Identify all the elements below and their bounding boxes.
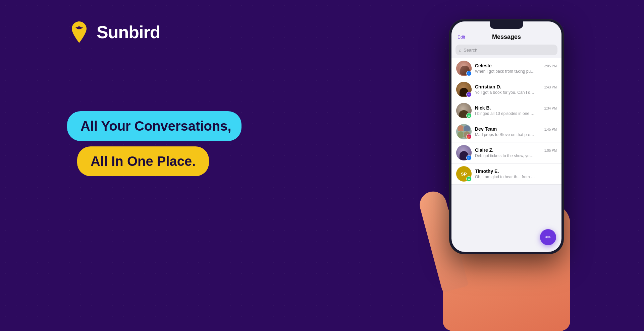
conv-content-timothy: Timothy E. Oh, I am glad to hear th... f… (475, 169, 557, 179)
conv-preview: Mad props to Steve on that preso! Killed… (475, 132, 535, 137)
avatar-claire: f (456, 145, 472, 160)
conv-preview: When I got back from taking pup for a wa… (475, 69, 535, 74)
conv-preview: Oh, I am glad to hear th... from you G..… (475, 175, 535, 179)
conv-content-nick: Nick B. 2:34 PM I binged all 10 episodes… (475, 105, 557, 116)
app-name: Sunbird (97, 22, 160, 42)
conversation-celeste[interactable]: C f (451, 58, 561, 79)
conv-time: 2:34 PM (544, 107, 557, 110)
conversation-nick[interactable]: W Nick B. 2:34 PM I binged all 10 episod… (451, 100, 561, 121)
conv-name: Timothy E. (475, 169, 499, 174)
hand-area: Edit Messages ⌕ Search (389, 9, 624, 331)
conversations-list: C f (451, 58, 561, 185)
conv-name: Claire Z. (475, 147, 493, 153)
conversation-claire[interactable]: f Claire Z. 1:05 PM Deb got tickets to t… (451, 142, 561, 163)
phone-screen: Edit Messages ⌕ Search (451, 21, 561, 252)
tagline-text-2: All In One Place. (91, 154, 196, 169)
compose-fab-button[interactable]: ✏ (540, 229, 556, 245)
compose-icon: ✏ (545, 233, 551, 241)
conv-time: 2:43 PM (544, 85, 557, 89)
edit-button[interactable]: Edit (458, 35, 465, 40)
search-placeholder: Search (464, 48, 477, 53)
tagline-bubble-1: All Your Conversations, (67, 111, 241, 141)
sunbird-logo-icon (67, 20, 91, 44)
avatar-christian: ● (456, 82, 472, 97)
avatar-nick: W (456, 103, 472, 118)
conv-time: 3:05 PM (544, 64, 557, 68)
logo-area: Sunbird (67, 20, 255, 44)
left-panel: Sunbird All Your Conversations, All In O… (0, 0, 255, 331)
tagline-area: All Your Conversations, All In One Place… (67, 111, 255, 176)
conv-content-devteam: Dev Team 1:45 PM Mad props to Steve on t… (475, 126, 557, 137)
messages-header: Edit Messages (451, 31, 561, 43)
platform-badge-messenger: f (466, 71, 472, 76)
search-bar[interactable]: ⌕ Search (455, 45, 557, 55)
platform-badge-instagram: ⬡ (466, 134, 472, 139)
tagline-bubble-2: All In One Place. (77, 146, 209, 176)
conv-name: Nick B. (475, 105, 491, 111)
phone-container: Edit Messages ⌕ Search (449, 19, 564, 254)
conversation-devteam[interactable]: ⬡ Dev Team 1:45 PM Mad props to Steve on… (451, 121, 561, 142)
phone-frame: Edit Messages ⌕ Search (449, 19, 564, 254)
conv-name: Celeste (475, 63, 492, 68)
conv-content-claire: Claire Z. 1:05 PM Deb got tickets to the… (475, 147, 557, 158)
search-icon: ⌕ (459, 48, 462, 53)
tagline-text-1: All Your Conversations, (80, 119, 231, 133)
conv-preview: Yo I got a book for you. Can I drop it o… (475, 90, 535, 95)
phone-notch (490, 21, 523, 29)
conversation-christian[interactable]: ● Christian D. 2:43 PM Yo I got a book f… (451, 79, 561, 100)
conv-time: 1:05 PM (544, 149, 557, 152)
svg-point-1 (78, 27, 79, 28)
conv-content-celeste: Celeste 3:05 PM When I got back from tak… (475, 63, 557, 74)
conv-preview: Deb got tickets to the show, you want on… (475, 153, 535, 158)
messages-title: Messages (492, 34, 521, 41)
platform-badge-whatsapp: W (466, 113, 472, 118)
conv-name: Christian D. (475, 84, 501, 89)
avatar-celeste: C f (456, 61, 472, 76)
avatar-devteam: ⬡ (456, 124, 472, 139)
platform-badge-whatsapp: W (466, 176, 472, 182)
conv-time: 1:45 PM (544, 128, 557, 131)
platform-badge-sunbird: ● (466, 92, 472, 97)
conv-name: Dev Team (475, 126, 497, 132)
conv-preview: I binged all 10 episodes in one day. Abs… (475, 111, 535, 116)
conv-content-christian: Christian D. 2:43 PM Yo I got a book for… (475, 84, 557, 95)
right-panel: Edit Messages ⌕ Search (255, 0, 644, 331)
conversation-timothy[interactable]: SP W Timothy E. Oh, I am glad t (451, 163, 561, 185)
avatar-timothy: SP W (456, 166, 472, 182)
platform-badge-messenger: f (466, 155, 472, 160)
